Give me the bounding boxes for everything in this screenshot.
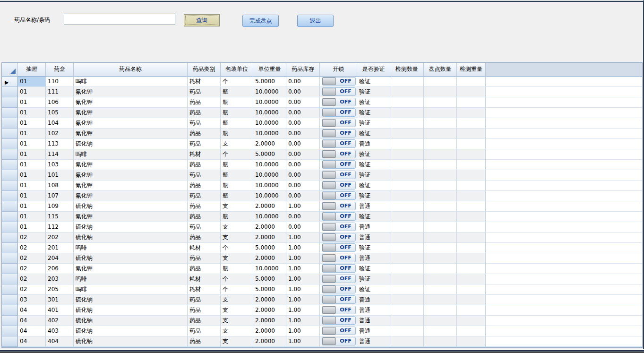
table-row[interactable]: 01104氰化钾药品瓶10.00000.00OFF验证 <box>2 118 642 129</box>
row-selector[interactable] <box>2 305 18 316</box>
cell-detect_qty[interactable] <box>390 336 424 347</box>
cell-detect_weight[interactable] <box>457 108 486 118</box>
cell-name[interactable]: 硫化钠 <box>74 336 188 347</box>
cell-detect_qty[interactable] <box>390 243 424 253</box>
cell-count_qty[interactable] <box>424 170 457 181</box>
cell-detect_qty[interactable] <box>390 77 424 87</box>
column-header-count_qty[interactable]: 盘点数量 <box>424 63 457 77</box>
cell-box[interactable]: 206 <box>46 264 74 274</box>
lock-toggle[interactable]: OFF <box>322 181 356 189</box>
cell-unit[interactable]: 瓶 <box>221 108 253 118</box>
cell-verify[interactable]: 验证 <box>357 129 390 139</box>
cell-lock[interactable]: OFF <box>320 201 357 212</box>
cell-detect_weight[interactable] <box>457 274 486 284</box>
row-selector[interactable] <box>2 295 18 305</box>
cell-unit[interactable]: 支 <box>221 139 253 149</box>
row-selector[interactable] <box>2 97 18 108</box>
cell-lock[interactable]: OFF <box>320 212 357 222</box>
row-selector[interactable] <box>2 326 18 336</box>
lock-toggle[interactable]: OFF <box>322 223 356 231</box>
column-header-verify[interactable]: 是否验证 <box>357 63 390 77</box>
cell-unit_weight[interactable]: 2.0000 <box>253 326 286 336</box>
cell-drawer[interactable]: 04 <box>18 316 46 326</box>
cell-detect_weight[interactable] <box>457 243 486 253</box>
cell-drawer[interactable]: 02 <box>18 243 46 253</box>
cell-detect_weight[interactable] <box>457 284 486 295</box>
lock-toggle[interactable]: OFF <box>322 129 356 138</box>
cell-verify[interactable]: 验证 <box>357 97 390 108</box>
cell-unit[interactable]: 个 <box>221 149 253 160</box>
cell-stock[interactable]: 0.00 <box>286 160 320 170</box>
lock-toggle[interactable]: OFF <box>322 108 356 117</box>
column-header-stock[interactable]: 药品库存 <box>286 63 320 77</box>
cell-category[interactable]: 耗材 <box>188 77 221 87</box>
cell-category[interactable]: 药品 <box>188 232 221 243</box>
cell-lock[interactable]: OFF <box>320 160 357 170</box>
cell-detect_weight[interactable] <box>457 212 486 222</box>
cell-unit_weight[interactable]: 2.0000 <box>253 295 286 305</box>
cell-stock[interactable]: 1.00 <box>286 284 320 295</box>
cell-name[interactable]: 硫化钠 <box>74 222 188 232</box>
lock-toggle[interactable]: OFF <box>322 119 356 127</box>
cell-detect_qty[interactable] <box>390 108 424 118</box>
cell-drawer[interactable]: 01 <box>18 181 46 191</box>
cell-category[interactable]: 药品 <box>188 129 221 139</box>
cell-box[interactable]: 101 <box>46 170 74 181</box>
cell-unit[interactable]: 个 <box>221 284 253 295</box>
cell-drawer[interactable]: 01 <box>18 129 46 139</box>
cell-name[interactable]: 氰化钾 <box>74 191 188 201</box>
cell-unit_weight[interactable]: 5.0000 <box>253 149 286 160</box>
row-selector[interactable] <box>2 191 18 201</box>
column-header-name[interactable]: 药品名称 <box>74 63 188 77</box>
cell-box[interactable]: 201 <box>46 243 74 253</box>
cell-category[interactable]: 耗材 <box>188 149 221 160</box>
cell-unit_weight[interactable]: 10.0000 <box>253 129 286 139</box>
cell-verify[interactable]: 验证 <box>357 181 390 191</box>
query-button[interactable]: 查询 <box>184 14 220 26</box>
cell-lock[interactable]: OFF <box>320 139 357 149</box>
cell-count_qty[interactable] <box>424 191 457 201</box>
cell-stock[interactable]: 0.00 <box>286 87 320 97</box>
cell-verify[interactable]: 普通 <box>357 326 390 336</box>
table-row[interactable]: 02202硫化钠药品支2.00001.00OFF普通 <box>2 232 642 243</box>
lock-toggle[interactable]: OFF <box>322 160 356 169</box>
cell-name[interactable]: 氰化钾 <box>74 264 188 274</box>
cell-lock[interactable]: OFF <box>320 232 357 243</box>
cell-box[interactable]: 114 <box>46 149 74 160</box>
cell-name[interactable]: 硫化钠 <box>74 316 188 326</box>
cell-name[interactable]: 吗啡 <box>74 284 188 295</box>
cell-lock[interactable]: OFF <box>320 129 357 139</box>
cell-detect_weight[interactable] <box>457 191 486 201</box>
row-selector[interactable] <box>2 222 18 232</box>
cell-detect_weight[interactable] <box>457 87 486 97</box>
row-selector[interactable] <box>2 316 18 326</box>
cell-unit_weight[interactable]: 10.0000 <box>253 108 286 118</box>
table-row[interactable]: 01107氰化钾药品瓶10.00000.00OFF验证 <box>2 191 642 201</box>
cell-detect_qty[interactable] <box>390 232 424 243</box>
cell-verify[interactable]: 验证 <box>357 243 390 253</box>
lock-toggle[interactable]: OFF <box>322 202 356 210</box>
cell-unit_weight[interactable]: 5.0000 <box>253 274 286 284</box>
cell-box[interactable]: 403 <box>46 326 74 336</box>
cell-count_qty[interactable] <box>424 295 457 305</box>
table-row[interactable]: 01113硫化钠药品支2.00000.00OFF普通 <box>2 139 642 149</box>
cell-lock[interactable]: OFF <box>320 118 357 129</box>
cell-box[interactable]: 110 <box>46 77 74 87</box>
cell-unit_weight[interactable]: 2.0000 <box>253 305 286 316</box>
cell-unit[interactable]: 个 <box>221 77 253 87</box>
cell-detect_qty[interactable] <box>390 87 424 97</box>
cell-name[interactable]: 氰化钾 <box>74 108 188 118</box>
cell-count_qty[interactable] <box>424 243 457 253</box>
cell-unit[interactable]: 支 <box>221 326 253 336</box>
cell-verify[interactable]: 验证 <box>357 118 390 129</box>
cell-detect_qty[interactable] <box>390 129 424 139</box>
cell-stock[interactable]: 1.00 <box>286 295 320 305</box>
cell-lock[interactable]: OFF <box>320 97 357 108</box>
cell-lock[interactable]: OFF <box>320 149 357 160</box>
cell-detect_weight[interactable] <box>457 149 486 160</box>
cell-name[interactable]: 氰化钾 <box>74 129 188 139</box>
cell-unit_weight[interactable]: 5.0000 <box>253 243 286 253</box>
cell-unit[interactable]: 瓶 <box>221 87 253 97</box>
cell-count_qty[interactable] <box>424 316 457 326</box>
cell-name[interactable]: 氰化钾 <box>74 97 188 108</box>
